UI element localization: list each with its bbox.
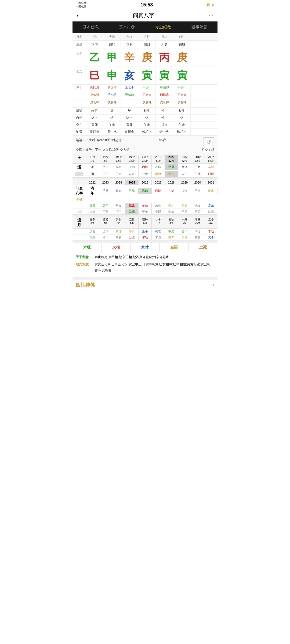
liunian-row-1: 问真八字 流年 壬杀 癸官 甲枭 乙印 丙比 丁劫 戊食 己伤 庚才 辛财 — [73, 185, 218, 203]
ly-m3: 立夏5/5 — [125, 217, 139, 228]
tg-shizhu: 庚 — [173, 50, 191, 65]
dayun-section: 大 19711岁 19722岁 198212岁 199222岁 200232岁 … — [73, 155, 218, 178]
star-nianzhu: 正财 — [121, 41, 138, 49]
col-rizhu: 日柱 — [156, 33, 173, 41]
page-title: 问真八字 — [133, 12, 154, 19]
ly2-7: 酉财 — [178, 235, 191, 240]
ly2-3: 巳比 — [125, 235, 139, 240]
ly2-empty — [73, 235, 86, 240]
dayun-toggle-cell — [73, 171, 86, 177]
xy-row-3: 空亡 寅卯 午未 寅卯 午未 戌亥 午未 — [73, 122, 218, 129]
dizhi-notes-row: 地支留意 寅亥合化木;巳申合化水;寅巳申三刑;寅申相冲;巳亥相冲;巳申相破;寅亥… — [76, 262, 214, 273]
cg1-liunian: 丙比肩 — [86, 85, 103, 92]
ln1-2: 甲枭 — [125, 188, 139, 194]
tg-nianzhu: 辛 — [121, 50, 138, 65]
ly1-5: 癸官 — [152, 229, 165, 234]
ln1-5: 丁劫 — [165, 188, 178, 194]
dy-top-1: 己伤 — [99, 164, 112, 170]
cg3-nianzhu — [121, 100, 138, 107]
ly-m5: 小暑7/7 — [152, 217, 165, 228]
ln2-8: 戌食 — [191, 203, 204, 208]
status-bar: 中国移动 中国电信 15:53 📶🔋 — [73, 0, 218, 10]
ly2-0: 寅枭 — [86, 235, 99, 240]
xy1-2: 病 — [103, 108, 121, 114]
cg3-empty — [73, 100, 86, 107]
dizhi-row: 地支 巳 申 亥 寅 寅 寅 — [73, 67, 218, 85]
dz-rizhu: 寅 — [156, 68, 173, 83]
cg2-empty — [73, 92, 86, 100]
ln1-0: 壬杀 — [99, 188, 112, 194]
cg1-shizhu: 甲偏印 — [173, 85, 191, 92]
ly-m9: 立冬11/7 — [204, 217, 218, 228]
ly2-4: 午劫 — [139, 235, 152, 240]
label-canggan: 藏干 — [73, 85, 86, 92]
dy-top-6: 甲枭 — [165, 164, 178, 170]
dy-top-4: 丙比 — [139, 164, 152, 170]
ln-yr-9: 2031 — [204, 180, 218, 185]
label-tiangan: 天干 — [73, 50, 86, 65]
qiyun-siling: 司令：戊 — [201, 147, 214, 153]
xy-row-2: 自坐 沐浴 绝 沐浴 绝 长生 绝 — [73, 115, 218, 122]
cg2-rizhu: 丙比肩 — [156, 92, 173, 100]
ln-yr-7: 2029 — [178, 180, 191, 185]
main-star-row: 主星 正印 偏印 正财 偏财 元男 偏财 — [73, 41, 218, 49]
xy3-6: 午未 — [173, 122, 191, 128]
dy-yr-2: 198212岁 — [112, 155, 125, 163]
ln-label-top — [73, 180, 86, 185]
ln3-8: 庚寅 — [191, 209, 204, 214]
ln2-1: 卯印 — [99, 203, 112, 208]
dy-top-2: 戊食 — [112, 164, 125, 170]
dayun-toggle[interactable] — [75, 172, 84, 176]
cg3-liunian: 戊食神 — [86, 100, 103, 107]
cg2-dayun: 壬七杀 — [103, 92, 121, 100]
dy-bot-3: 亥杀 — [125, 171, 139, 177]
xy1-5: 长生 — [156, 108, 173, 114]
col-nianzhu: 年柱 — [121, 33, 138, 41]
ln2-9: 亥杀 — [204, 203, 218, 208]
dy-yr-6: 202252岁 — [165, 155, 178, 163]
dizhi-notes-content: 寅亥合化木;巳申合化水;寅巳申三刑;寅申相冲;巳亥相冲;巳申相破;寅亥相破;寅巳… — [95, 262, 214, 273]
dy-yr-4: 200232岁 — [139, 155, 152, 163]
dy-top-8: 壬杀 — [191, 164, 204, 170]
xy3-2: 午未 — [103, 122, 121, 128]
canggan-section: 藏干 丙比肩 庚偏财 壬七杀 甲偏印 甲偏印 甲偏印 庚偏财 壬七杀 甲偏印 丙… — [73, 85, 218, 108]
ln2-4: 午劫 — [139, 203, 152, 208]
ln-yr-3: 2025 — [125, 180, 139, 185]
ln1-7: 己伤 — [191, 188, 204, 194]
liuyue-row-1: 戊食 己伤 庚才 辛财 壬杀 癸官 甲枭 乙印 丙比 丁劫 — [73, 229, 218, 235]
ly2-1: 卯印 — [99, 235, 112, 240]
dayun-top-row: 运 小 己伤 戊食 丁劫 丙比 乙印 甲枭 癸官 壬杀 辛财 — [73, 164, 218, 171]
ln1-6: 戊食 — [178, 188, 191, 194]
element-earth: 土死 — [189, 243, 218, 252]
liunian-row-2: 寅枭 卯印 辰食 巳比 午劫 未伤 申才 酉财 戌食 亥杀 — [73, 203, 218, 209]
tab-notes[interactable]: 断事笔记 — [181, 21, 218, 33]
tab-pro-chart[interactable]: 专业细盘 — [145, 21, 181, 33]
tab-basic-chart[interactable]: 基本排盘 — [109, 21, 145, 33]
divider-3 — [73, 241, 218, 243]
label-xingyun: 星运 — [73, 108, 86, 114]
element-water: 水休 — [130, 243, 160, 252]
liunian-year-row: 2022 2023 2024 2025 2026 2027 2028 2029 … — [73, 180, 218, 185]
ln1-8: 庚才 — [204, 188, 218, 194]
ly-m0: 立春2/3 — [86, 217, 99, 228]
qiyun-age: 55岁 — [159, 137, 166, 147]
cg1-dayun: 庚偏财 — [103, 85, 121, 92]
xy4-2: 泉中水 — [103, 129, 121, 135]
cg2-nianzhu: 甲偏印 — [121, 92, 138, 100]
ln-yr-1: 2023 — [99, 180, 112, 185]
tg-dayun: 甲 — [103, 50, 121, 65]
ln-yr-8: 2030 — [191, 180, 204, 185]
ln1-3: 乙印 — [139, 188, 152, 194]
dayun-bottom-row: 运 丑伤 子官 亥杀 戌食 酉财 申才 未伤 午劫 巳比 — [73, 171, 218, 178]
xy3-4: 午未 — [138, 122, 156, 128]
dayun-label-da: 运 — [73, 164, 86, 171]
xy1-4: 长生 — [138, 108, 156, 114]
tab-basic-info[interactable]: 基本信息 — [73, 21, 109, 33]
col-shizhu: 时柱 — [173, 33, 191, 41]
divider-2 — [73, 215, 218, 217]
ly-m1: 惊蛰3/5 — [99, 217, 112, 228]
back-button[interactable]: ‹ — [77, 12, 79, 19]
ly-m4: 芒种6/5 — [139, 217, 152, 228]
header: ‹ 问真八字 ··· — [73, 10, 218, 21]
more-button[interactable]: ··· — [209, 12, 213, 19]
